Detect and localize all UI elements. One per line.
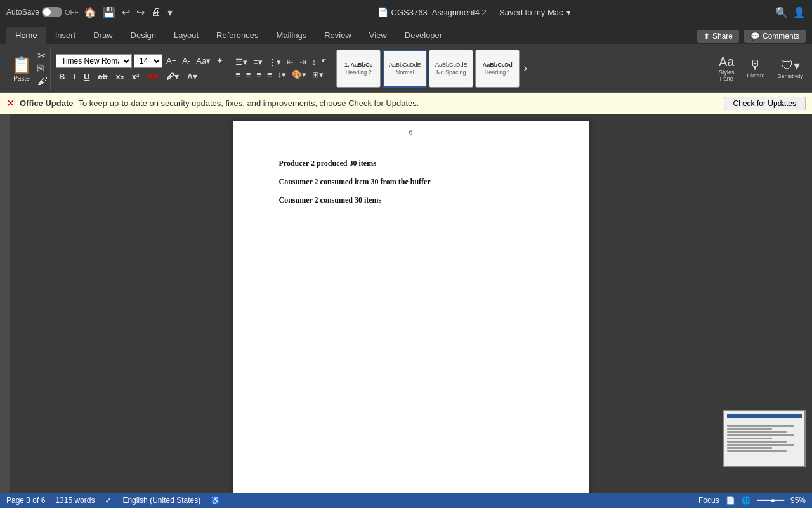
cut-icon[interactable]: ✂ (37, 50, 48, 62)
line-spacing-button[interactable]: ↕▾ (276, 69, 289, 80)
change-case-button[interactable]: Aa▾ (194, 55, 213, 66)
tab-insert[interactable]: Insert (46, 27, 85, 44)
font-name-select[interactable]: Times New Roman (56, 54, 132, 68)
tab-developer[interactable]: Developer (396, 27, 451, 44)
align-right-button[interactable]: ≡ (254, 69, 263, 80)
font-shrink-button[interactable]: A- (180, 55, 192, 66)
bullets-button[interactable]: ☰▾ (233, 57, 249, 67)
comments-button[interactable]: 💬 Comments (744, 30, 806, 43)
title-bar-icons: 🏠 💾 ↩ ↪ 🖨 ▾ (84, 6, 173, 18)
title-chevron[interactable]: ▾ (566, 8, 571, 17)
search-icon[interactable]: 🔍 (775, 6, 788, 18)
styles-pane-label: Styles Pane (719, 69, 735, 82)
paste-button[interactable]: 📋 Paste (8, 53, 36, 84)
tab-references[interactable]: References (207, 27, 267, 44)
show-marks-button[interactable]: ¶ (320, 57, 328, 67)
comments-label: Comments (763, 32, 799, 41)
font-color-button[interactable]: A▾ (144, 70, 160, 83)
document-page: 6 Producer 2 produced 30 items Consumer … (233, 121, 589, 493)
tab-mailings[interactable]: Mailings (268, 27, 316, 44)
sort-button[interactable]: ↕ (310, 57, 318, 67)
banner-close-button[interactable]: ✕ (6, 97, 15, 109)
subscript-button[interactable]: x₂ (113, 70, 127, 83)
paragraph-controls: ☰▾ ≡▾ ⋮▾ ⇤ ⇥ ↕ ¶ ≡ ≡ ≡ ≡ ↕▾ 🎨▾ ⊞▾ (233, 57, 328, 80)
font-top-row: Times New Roman 14 A+ A- Aa▾ ✦ (56, 54, 225, 68)
format-painter-icon[interactable]: 🖌 (37, 76, 48, 87)
font-section: Times New Roman 14 A+ A- Aa▾ ✦ B I U ab … (53, 47, 228, 90)
autosave-state: OFF (65, 8, 79, 16)
shading-button[interactable]: 🎨▾ (290, 69, 308, 80)
strikethrough-button[interactable]: ab (95, 70, 110, 83)
paragraph-section: ☰▾ ≡▾ ⋮▾ ⇤ ⇥ ↕ ¶ ≡ ≡ ≡ ≡ ↕▾ 🎨▾ ⊞▾ (231, 47, 331, 90)
autosave-toggle[interactable] (42, 7, 62, 17)
check-for-updates-button[interactable]: Check for Updates (724, 97, 806, 110)
highlight-button[interactable]: 🖊▾ (163, 70, 182, 83)
numbering-button[interactable]: ≡▾ (251, 57, 265, 67)
zoom-slider[interactable]: ━━━●━━ (757, 496, 784, 505)
font-grow-button[interactable]: A+ (164, 55, 178, 66)
tab-layout[interactable]: Layout (165, 27, 207, 44)
ribbon-toolbar: 📋 Paste ✂ ⎘ 🖌 Times New Roman 14 A+ A- (0, 44, 812, 93)
style-nospacing[interactable]: AaBbCcDdE No Spacing (429, 50, 473, 88)
styles-pane-button[interactable]: Aa Styles Pane (715, 52, 738, 84)
ribbon-tabs: Home Insert Draw Design Layout Reference… (0, 24, 812, 44)
dictate-button[interactable]: 🎙 Dictate (743, 55, 768, 81)
align-left-button[interactable]: ≡ (233, 69, 242, 80)
justify-button[interactable]: ≡ (265, 69, 274, 80)
para-top-row: ☰▾ ≡▾ ⋮▾ ⇤ ⇥ ↕ ¶ (233, 57, 328, 67)
print-icon[interactable]: 🖨 (151, 6, 161, 18)
sensitivity-button[interactable]: 🛡▾ Sensitivity (773, 55, 807, 82)
share-label: Share (712, 32, 733, 41)
dictate-icon: 🎙 (749, 58, 762, 72)
share-button[interactable]: ⬆ Share (697, 30, 739, 43)
tab-design[interactable]: Design (122, 27, 165, 44)
font-controls: Times New Roman 14 A+ A- Aa▾ ✦ B I U ab … (56, 54, 225, 83)
multilevel-button[interactable]: ⋮▾ (266, 57, 283, 67)
copy-icon[interactable]: ⎘ (37, 63, 48, 74)
more-icon[interactable]: ▾ (167, 6, 173, 18)
document-container[interactable]: 6 Producer 2 produced 30 items Consumer … (10, 114, 812, 493)
style-heading2[interactable]: 1. AaBbCc Heading 2 (336, 50, 381, 88)
align-center-button[interactable]: ≡ (244, 69, 253, 80)
undo-icon[interactable]: ↩ (122, 6, 130, 18)
redo-icon[interactable]: ↪ (136, 6, 145, 18)
superscript-button[interactable]: x² (129, 70, 143, 83)
thumbnail-preview[interactable] (723, 410, 806, 467)
paste-section: 📋 Paste ✂ ⎘ 🖌 (5, 47, 51, 90)
font-size-select[interactable]: 14 (134, 54, 162, 68)
doc-icon: 📄 (377, 7, 388, 17)
style-heading1[interactable]: AaBbCcDd Heading 1 (475, 50, 520, 88)
tab-draw[interactable]: Draw (84, 27, 121, 44)
zoom-level[interactable]: 95% (790, 496, 806, 505)
autosave-control[interactable]: AutoSave OFF (6, 7, 79, 17)
title-bar-right: 🔍 👤 (775, 6, 806, 18)
account-icon[interactable]: 👤 (793, 6, 806, 18)
title-bar-center: 📄 CGS3763_Assignment4 2 — Saved to my Ma… (377, 7, 571, 17)
view-web-icon[interactable]: 🌐 (742, 496, 751, 505)
tab-review[interactable]: Review (315, 27, 360, 44)
thumb-line (727, 450, 787, 452)
home-icon[interactable]: 🏠 (84, 6, 96, 18)
focus-label[interactable]: Focus (698, 496, 719, 505)
view-print-icon[interactable]: 📄 (726, 496, 735, 505)
bold-button[interactable]: B (56, 70, 68, 83)
text-color-button[interactable]: A▾ (184, 70, 200, 83)
borders-button[interactable]: ⊞▾ (310, 69, 325, 80)
language[interactable]: English (United States) (122, 496, 200, 505)
decrease-indent-button[interactable]: ⇤ (285, 57, 296, 67)
accessibility-icon[interactable]: ♿ (211, 496, 220, 505)
underline-button[interactable]: U (81, 70, 93, 83)
sensitivity-label: Sensitivity (777, 73, 803, 79)
track-changes-icon[interactable]: ✓ (105, 495, 112, 505)
tab-home[interactable]: Home (6, 27, 46, 44)
italic-button[interactable]: I (70, 70, 79, 83)
word-count: 1315 words (55, 496, 95, 505)
style-normal[interactable]: AaBbCcDdE Normal (383, 50, 427, 88)
sensitivity-icon: 🛡▾ (781, 58, 800, 73)
save-icon[interactable]: 💾 (103, 6, 115, 18)
clear-format-button[interactable]: ✦ (214, 55, 225, 66)
tab-view[interactable]: View (360, 27, 396, 44)
doc-line-2: Consumer 2 consumed item 30 from the buf… (279, 177, 543, 187)
increase-indent-button[interactable]: ⇥ (298, 57, 308, 67)
more-styles-button[interactable]: › (521, 61, 529, 76)
